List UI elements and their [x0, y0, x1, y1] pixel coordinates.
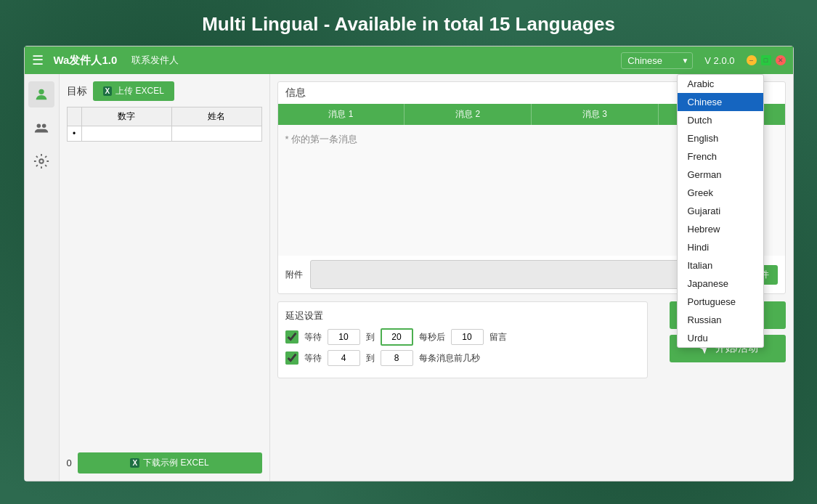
maximize-button[interactable]: □ [761, 55, 771, 65]
bottom-bar: 0 X 下载示例 EXCEL [67, 452, 262, 473]
excel-icon-dl: X [130, 458, 139, 468]
lang-option-gujarati[interactable]: Gujarati [678, 202, 763, 220]
delay-to-1[interactable] [381, 328, 413, 346]
delay-title: 延迟设置 [285, 309, 640, 322]
upload-excel-button[interactable]: X 上传 EXCEL [93, 81, 174, 101]
delay-to-label-2: 到 [366, 352, 375, 365]
delay-row-1: 等待 到 每秒后 留言 [285, 328, 640, 346]
delay-to-2[interactable] [381, 350, 413, 366]
lang-option-greek[interactable]: Greek [678, 184, 763, 202]
delay-count-1[interactable] [451, 329, 484, 345]
close-button[interactable]: ✕ [776, 55, 786, 65]
svg-point-2 [42, 124, 46, 129]
count-label: 0 [67, 458, 72, 468]
data-table: 数字 姓名 • [67, 107, 262, 142]
row-bullet: • [67, 126, 81, 142]
svg-point-0 [38, 89, 44, 94]
delay-checkbox-1[interactable] [285, 330, 298, 344]
window-controls: – □ ✕ [747, 55, 786, 65]
lang-option-dutch[interactable]: Dutch [678, 111, 763, 129]
excel-icon: X [103, 86, 113, 96]
target-label: 目标 [67, 85, 87, 98]
sidebar-item-contact[interactable] [28, 81, 54, 107]
left-panel: 目标 X 上传 EXCEL 数字 姓名 • [60, 74, 270, 481]
lang-option-russian[interactable]: Russian [678, 311, 763, 329]
app-name: Wa发件人1.0 [54, 54, 118, 68]
title-bar: ☰ Wa发件人1.0 联系发件人 ArabicChineseDutchEngli… [25, 46, 793, 74]
app-window: ☰ Wa发件人1.0 联系发件人 ArabicChineseDutchEngli… [24, 46, 794, 481]
page-title: Multi Lingual - Available in total 15 La… [0, 0, 817, 46]
tab-message-2[interactable]: 消息 2 [405, 104, 532, 125]
delay-section: 延迟设置 等待 到 每秒后 留言 等待 [277, 301, 648, 378]
delay-row-2: 等待 到 每条消息前几秒 [285, 350, 640, 366]
download-excel-button[interactable]: X 下载示例 EXCEL [78, 452, 262, 473]
col-number: 数字 [81, 107, 171, 126]
sidebar [25, 74, 60, 481]
delay-to-label-1: 到 [366, 331, 375, 344]
panel-header: 目标 X 上传 EXCEL [67, 81, 262, 101]
lang-option-english[interactable]: English [678, 129, 763, 147]
delay-from-1[interactable] [328, 329, 360, 345]
lang-option-hindi[interactable]: Hindi [678, 238, 763, 256]
delay-suffix-1: 每秒后 [419, 331, 445, 344]
language-dropdown: Arabic Chinese Dutch English French Germ… [677, 74, 764, 348]
sidebar-item-settings[interactable] [28, 148, 54, 174]
row-number [81, 126, 171, 142]
delay-label-wait-1: 等待 [304, 331, 322, 344]
lang-option-japanese[interactable]: Japanese [678, 275, 763, 293]
tab-message-1[interactable]: 消息 1 [278, 104, 405, 125]
svg-point-3 [39, 159, 44, 163]
upload-excel-label: 上传 EXCEL [115, 85, 164, 97]
language-select[interactable]: ArabicChineseDutchEnglishFrenchGermanGre… [621, 52, 693, 69]
table-row: • [67, 126, 261, 142]
col-name: 姓名 [171, 107, 261, 126]
minimize-button[interactable]: – [747, 55, 757, 65]
col-bullet [67, 107, 81, 126]
download-excel-label: 下载示例 EXCEL [143, 457, 209, 469]
attachment-label: 附件 [285, 269, 303, 281]
delay-count-label-1: 留言 [489, 331, 507, 344]
lang-option-german[interactable]: German [678, 166, 763, 184]
lang-option-french[interactable]: French [678, 147, 763, 166]
lang-option-chinese[interactable]: Chinese [678, 93, 763, 111]
version-label: V 2.0.0 [704, 55, 734, 66]
delay-checkbox-2[interactable] [285, 351, 298, 365]
message-placeholder: * 你的第一条消息 [285, 134, 358, 145]
menu-icon[interactable]: ☰ [32, 52, 44, 68]
lang-option-portuguese[interactable]: Portuguese [678, 293, 763, 311]
lang-option-arabic[interactable]: Arabic [678, 75, 763, 93]
lang-option-hebrew[interactable]: Hebrew [678, 220, 763, 238]
lang-option-italian[interactable]: Italian [678, 256, 763, 275]
contact-link[interactable]: 联系发件人 [131, 54, 179, 67]
sidebar-item-group[interactable] [28, 115, 54, 141]
delay-label-wait-2: 等待 [304, 352, 322, 365]
svg-point-1 [37, 124, 41, 129]
delay-from-2[interactable] [328, 350, 360, 366]
lang-option-urdu[interactable]: Urdu [678, 329, 763, 347]
row-name [171, 126, 261, 142]
tab-message-3[interactable]: 消息 3 [532, 104, 659, 125]
delay-suffix-2: 每条消息前几秒 [419, 352, 480, 365]
language-selector[interactable]: ArabicChineseDutchEnglishFrenchGermanGre… [621, 52, 693, 69]
